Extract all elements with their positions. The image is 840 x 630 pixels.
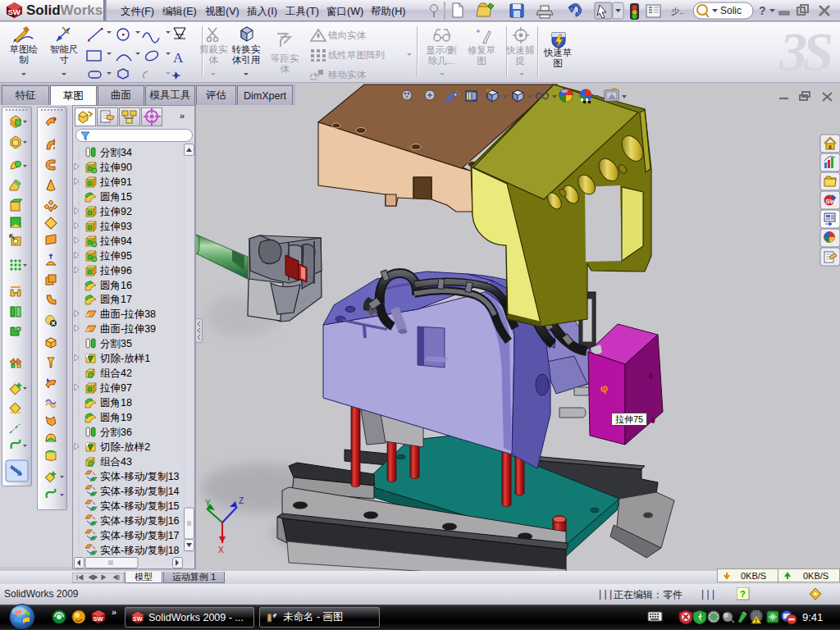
svg-text:»: » — [112, 607, 116, 617]
svg-text:Y: Y — [205, 499, 211, 508]
svg-text:A: A — [173, 50, 184, 66]
svg-text:?: ? — [740, 589, 746, 599]
svg-text:少..: 少.. — [671, 7, 684, 16]
svg-text:?: ? — [759, 4, 766, 17]
svg-text:SW: SW — [94, 615, 104, 623]
svg-text:Solic: Solic — [720, 5, 742, 16]
svg-text:SW: SW — [133, 615, 143, 623]
svg-text:Z: Z — [239, 496, 244, 505]
svg-text:X: X — [218, 546, 224, 555]
